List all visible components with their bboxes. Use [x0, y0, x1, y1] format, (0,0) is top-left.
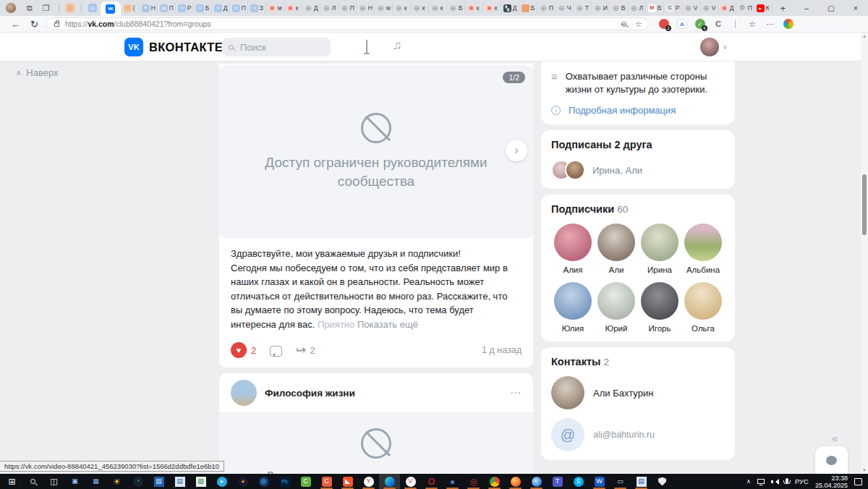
follower-name[interactable]: Альбина — [686, 265, 720, 274]
carousel-next-button[interactable]: › — [506, 140, 527, 161]
taskbar-camtasia-recorder-icon[interactable]: C — [316, 474, 337, 489]
browser-tab[interactable]: ☺П — [230, 2, 248, 14]
browser-tab[interactable]: ⊕Т — [574, 2, 592, 14]
follower[interactable]: Юрий — [595, 282, 638, 333]
browser-tab[interactable]: ⊕к — [393, 2, 411, 14]
contacts-card-title[interactable]: Контакты2 — [551, 356, 725, 367]
taskbar-globe-app-icon[interactable]: ◍ — [253, 474, 274, 489]
browser-tab[interactable]: Б — [519, 2, 537, 14]
taskbar-orange-app-icon[interactable]: ◕ — [232, 474, 253, 489]
follower-name[interactable]: Юрий — [605, 324, 628, 333]
browser-profile-avatar[interactable] — [6, 3, 16, 13]
restore-button[interactable]: ▢ — [819, 0, 843, 16]
chat-widget-button[interactable] — [815, 446, 848, 474]
vk-logo[interactable]: VK ВКОНТАКТЕ — [124, 38, 223, 56]
follower[interactable]: Ирина — [638, 224, 681, 274]
follower-name[interactable]: Ирина — [647, 265, 672, 274]
tray-expand-icon[interactable]: ∧ — [746, 479, 751, 485]
taskbar-chart-app-icon[interactable]: ▧ — [190, 474, 211, 489]
browser-tab[interactable]: ⊕Л — [320, 2, 339, 14]
music-icon[interactable]: ♫ — [393, 39, 402, 51]
network-icon[interactable] — [757, 479, 765, 484]
follower[interactable]: Альбина — [681, 224, 725, 274]
taskbar-floppy-app-icon[interactable]: ▤ — [631, 474, 652, 489]
taskbar-gauge-app-icon[interactable]: ◔ — [127, 474, 148, 489]
browser-tab[interactable]: ⊕Л — [628, 2, 646, 14]
browser-tab[interactable]: Як — [483, 2, 501, 14]
taskbar-photo-editor-icon[interactable]: ▨ — [148, 474, 169, 489]
taskbar-firefox-icon[interactable] — [505, 474, 526, 489]
bookmark-star-icon[interactable]: ☆ — [635, 20, 642, 28]
new-tab-button[interactable]: + — [780, 3, 786, 14]
browser-tab[interactable]: ⊕Н — [357, 2, 375, 14]
vpn-green-extension-icon[interactable]: ✓6 — [695, 19, 705, 29]
taskbar-task-view-icon[interactable]: ◫ — [43, 474, 64, 489]
follower-avatar[interactable] — [554, 282, 592, 320]
browser-tab[interactable]: ⊕П — [537, 2, 556, 14]
follower[interactable]: Али — [595, 224, 638, 274]
group-name[interactable]: Философия жизни — [265, 388, 355, 399]
taskbar-taskbar-search-icon[interactable] — [22, 474, 43, 489]
contact-name[interactable]: Али Бахтурин — [593, 388, 653, 399]
close-button[interactable]: × — [843, 0, 868, 16]
taskbar-skype-icon[interactable]: S — [568, 474, 589, 489]
workspaces-icon[interactable]: ⧉ — [27, 4, 33, 12]
pinned-tab-person[interactable]: ☺ — [63, 1, 77, 14]
profile-chevron-down-icon[interactable]: ∨ — [723, 43, 728, 51]
detailed-info-link[interactable]: Подробная информация — [569, 105, 676, 116]
browser-tab[interactable]: ⊕Ч — [556, 2, 574, 14]
follower-name[interactable]: Юлия — [562, 324, 584, 333]
friends-card-title[interactable]: Подписаны 2 друга — [551, 139, 725, 150]
scroll-up-arrow-icon[interactable]: ▲ — [861, 34, 868, 38]
like-button[interactable]: ♥ 2 — [231, 342, 256, 358]
taskbar-globe-browser-icon[interactable]: ● — [442, 474, 463, 489]
browser-tab[interactable]: Як — [465, 2, 483, 14]
taskbar-microsoft-store-icon[interactable]: ▣ — [64, 474, 85, 489]
contact-avatar[interactable] — [551, 376, 584, 409]
show-more-link[interactable]: Показать ещё — [357, 319, 418, 330]
back-button[interactable]: ← — [11, 20, 20, 29]
taskbar-edge-icon[interactable] — [379, 474, 400, 489]
language-indicator[interactable]: РУС — [795, 477, 809, 485]
contact-email-row[interactable]: @ ali@bahturin.ru — [551, 418, 725, 451]
search-input[interactable] — [239, 41, 311, 54]
browser-tab[interactable]: ✉П — [158, 2, 176, 14]
vertical-tabs-icon[interactable]: ❐ — [43, 4, 50, 12]
browser-tab[interactable]: ☺( — [122, 2, 140, 14]
follower-name[interactable]: Али — [609, 265, 624, 274]
friends-names[interactable]: Ирина, Али — [592, 165, 642, 176]
browser-tab[interactable]: ☺Б — [194, 2, 212, 14]
active-tab-vk[interactable]: VK — [101, 1, 121, 16]
browser-tab[interactable]: ЯД — [718, 2, 736, 14]
browser-tab[interactable]: ☺Д — [212, 2, 230, 14]
browser-tab[interactable]: ⊕V — [682, 2, 700, 14]
post-1-media[interactable]: 1/2 Доступ ограничен руководителями сооб… — [219, 65, 533, 239]
translate-extension-icon[interactable]: A — [677, 19, 687, 29]
taskbar-start-button-icon[interactable]: ⊞ — [1, 474, 22, 489]
taskbar-telegram-icon[interactable]: ➤ — [211, 474, 232, 489]
browser-tab[interactable]: ☺З — [248, 2, 266, 14]
adblock-red-extension-icon[interactable]: 2 — [659, 19, 669, 29]
action-center-icon[interactable] — [854, 478, 862, 485]
post-2-media[interactable]: Доступ ограничен руководителями — [219, 412, 533, 474]
browser-tab[interactable]: ⊕к — [411, 2, 429, 14]
browser-tab[interactable]: Ям — [266, 2, 284, 14]
comment-button[interactable] — [270, 346, 282, 357]
zoom-icon[interactable] — [621, 22, 626, 27]
browser-tab[interactable]: ▸К — [754, 2, 773, 14]
taskbar-opera-icon[interactable]: O — [421, 474, 442, 489]
collapse-chevrons-icon[interactable]: « — [832, 432, 838, 444]
browser-tab[interactable]: ≡Н — [140, 2, 158, 14]
friend-avatar[interactable] — [565, 160, 585, 180]
browser-tab[interactable]: ▚Д — [501, 2, 519, 14]
favorites-hub-icon[interactable]: ☆ — [747, 19, 757, 29]
follower[interactable]: Алия — [551, 224, 595, 274]
browser-tab[interactable]: ⊕w — [375, 2, 393, 14]
post-timestamp[interactable]: 1 д назад — [482, 345, 522, 355]
taskbar-word-icon[interactable]: W — [589, 474, 610, 489]
contact-email[interactable]: ali@bahturin.ru — [593, 430, 655, 440]
taskbar-teams-icon[interactable]: T — [547, 474, 568, 489]
notifications-bell-icon[interactable] — [366, 40, 367, 53]
page-scrollbar[interactable]: ▲ ▼ — [861, 33, 868, 474]
browser-tab[interactable]: ⊕В — [610, 2, 628, 14]
